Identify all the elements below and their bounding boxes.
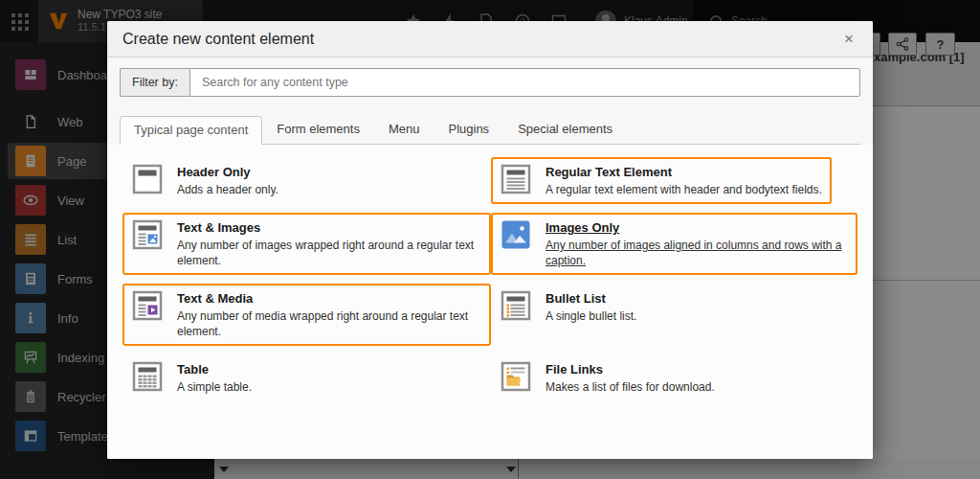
card-description: A regular text element with header and b… — [546, 182, 822, 197]
card-title: Text & Media — [177, 290, 481, 307]
content-card-file-links[interactable]: File Links Makes a list of files for dow… — [491, 354, 724, 401]
content-type-search-input[interactable] — [189, 68, 860, 97]
typo3-backend: New TYPO3 site 11.5.1 ? Klaus Admin Sear… — [0, 0, 980, 479]
modal-header: Create new content element × — [107, 21, 873, 57]
content-card-table[interactable]: Table A simple table. — [122, 354, 261, 401]
card-description: A single bullet list. — [546, 308, 636, 324]
card-title: Table — [177, 361, 252, 377]
card-description: Any number of media wrapped right around… — [177, 308, 481, 339]
header-only-icon — [132, 164, 163, 194]
content-element-grid: Header Only Adds a header only. Regular … — [122, 157, 858, 401]
close-icon[interactable]: × — [840, 29, 858, 49]
card-title: Text & Images — [177, 219, 481, 236]
card-description: A simple table. — [177, 379, 252, 395]
modal-title: Create new content element — [122, 31, 314, 48]
tab-special-elements[interactable]: Special elements — [503, 115, 627, 144]
table-icon — [132, 361, 163, 392]
content-card-regular-text[interactable]: Regular Text Element A regular text elem… — [491, 157, 832, 204]
bullet-list-icon — [501, 290, 531, 321]
card-description: Any number of images wrapped right aroun… — [177, 238, 481, 268]
tab-menu[interactable]: Menu — [374, 115, 434, 144]
filter-label: Filter by: — [120, 68, 189, 97]
card-title: Header Only — [177, 164, 278, 180]
create-content-modal: Create new content element × Filter by: … — [107, 21, 873, 459]
card-title: Bullet List — [546, 290, 636, 307]
tab-typical-page-content[interactable]: Typical page content — [120, 116, 262, 145]
content-card-header-only[interactable]: Header Only Adds a header only. — [122, 157, 288, 204]
content-card-text-images[interactable]: Text & Images Any number of images wrapp… — [122, 213, 491, 275]
text-media-icon — [132, 290, 163, 321]
card-title: File Links — [546, 361, 715, 377]
content-card-text-media[interactable]: Text & Media Any number of media wrapped… — [122, 284, 491, 346]
text-images-icon — [132, 219, 163, 250]
tab-form-elements[interactable]: Form elements — [262, 115, 374, 144]
modal-body: Filter by: Typical page content Form ele… — [107, 57, 873, 459]
tab-panel: Header Only Adds a header only. Regular … — [107, 145, 873, 459]
card-description: Any number of images aligned in columns … — [546, 238, 848, 268]
tab-bar: Typical page content Form elements Menu … — [120, 119, 860, 145]
card-title: Regular Text Element — [546, 164, 822, 180]
images-only-icon — [501, 219, 531, 250]
content-card-images-only[interactable]: Images Only Any number of images aligned… — [491, 213, 858, 275]
card-title: Images Only — [546, 219, 848, 236]
file-links-icon — [501, 361, 531, 392]
tab-plugins[interactable]: Plugins — [434, 115, 503, 144]
regular-text-icon — [501, 164, 531, 194]
card-description: Makes a list of files for download. — [546, 379, 715, 395]
filter-group: Filter by: — [120, 68, 860, 97]
content-card-bullet-list[interactable]: Bullet List A single bullet list. — [491, 284, 646, 331]
card-description: Adds a header only. — [177, 182, 278, 197]
